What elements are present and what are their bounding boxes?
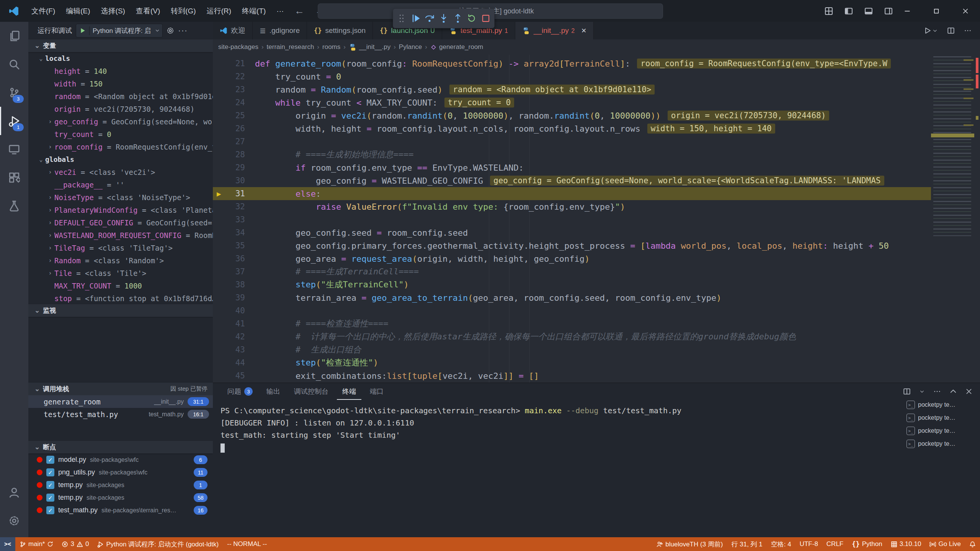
minimap[interactable] xyxy=(931,55,974,383)
remote-indicator[interactable]: >< xyxy=(0,537,15,551)
menu-item-转到G[interactable]: 转到(G) xyxy=(165,0,201,22)
status-notifications[interactable] xyxy=(965,537,980,551)
variable-row[interactable]: ›geo_config = GeoConfig(seed=None, wor… xyxy=(28,115,213,128)
status-cursor-position[interactable]: 行 31, 列 1 xyxy=(727,537,767,551)
variable-row[interactable]: stop = <function stop at 0x1bf8d716d… xyxy=(28,292,213,304)
code-line-33[interactable]: 33 xyxy=(213,213,931,226)
variables-section-header[interactable]: ⌄ 变量 xyxy=(28,39,213,52)
tab-.gdignore[interactable]: ≣.gdignore xyxy=(253,22,307,39)
code-line-34[interactable]: 34 geo_config.seed = room_config.seed xyxy=(213,226,931,239)
watch-section-header[interactable]: ⌄ 监视 xyxy=(28,304,213,317)
toggle-secondary-sidebar-icon[interactable] xyxy=(884,7,893,15)
code-line-30[interactable]: 30 geo_config = WASTELAND_GEO_CONFIGgeo_… xyxy=(213,174,931,187)
variable-row[interactable]: ›Tile = <class 'Tile'> xyxy=(28,267,213,279)
run-python-file-icon[interactable] xyxy=(924,27,938,34)
step-into-button[interactable] xyxy=(438,11,450,26)
chevron-right-icon[interactable]: › xyxy=(46,169,54,176)
code-line-28[interactable]: 28 # ====生成初始地理信息==== xyxy=(213,148,931,161)
status-language-mode[interactable]: {}Python xyxy=(848,537,886,551)
code-line-41[interactable]: 41 # ====检查连通性==== xyxy=(213,317,931,330)
chevron-right-icon[interactable]: › xyxy=(46,118,54,125)
maximize-icon[interactable] xyxy=(922,0,951,22)
code-line-37[interactable]: 37 # ====生成TerrainCell==== xyxy=(213,265,931,278)
callstack-frame[interactable]: generate_room__init__.py31:1 xyxy=(28,395,213,408)
code-line-44[interactable]: 44 step("检查连通性") xyxy=(213,356,931,369)
terminal-split-icon[interactable] xyxy=(903,388,911,395)
panel-tab-终端[interactable]: 终端 xyxy=(337,383,361,400)
code-line-24[interactable]: 24 while try_count < MAX_TRY_COUNT:try_c… xyxy=(213,96,931,109)
breakpoint-row[interactable]: ✓temp.pysite-packages58 xyxy=(28,491,213,504)
activity-settings-gear[interactable] xyxy=(0,507,28,535)
breadcrumb-item[interactable]: Pylance xyxy=(399,43,422,51)
variable-row[interactable]: ›room_config = RoomRequestConfig(env_t… xyxy=(28,140,213,153)
activity-source-control[interactable]: 3 xyxy=(0,78,28,107)
minimize-icon[interactable] xyxy=(893,0,922,22)
status-python-version[interactable]: 3.10.10 xyxy=(887,537,926,551)
step-over-button[interactable] xyxy=(423,11,436,26)
menu-item-运行R[interactable]: 运行(R) xyxy=(201,0,237,22)
activity-run-debug[interactable]: 1 xyxy=(0,107,28,135)
panel-more-actions-icon[interactable] xyxy=(933,388,941,395)
chevron-right-icon[interactable]: › xyxy=(46,219,54,226)
scope-row-locals[interactable]: ⌄locals xyxy=(28,52,213,65)
status-git-blame[interactable]: blueloveTH (3 周前) xyxy=(652,537,727,551)
breadcrumb-item[interactable]: site-packages xyxy=(218,43,258,51)
terminal-instance[interactable]: >_pocketpy te… xyxy=(906,398,978,411)
breakpoint-checkbox[interactable]: ✓ xyxy=(46,494,54,502)
panel-tab-调试控制台[interactable]: 调试控制台 xyxy=(289,383,334,400)
editor-more-actions-icon[interactable] xyxy=(964,27,972,34)
code-line-26[interactable]: 26 width, height = room_config.layout.n_… xyxy=(213,122,931,135)
code-line-25[interactable]: 25 origin = vec2i(random.randint(0, 1000… xyxy=(213,109,931,122)
status-vim-mode[interactable]: -- NORMAL -- xyxy=(223,537,271,551)
activity-account[interactable] xyxy=(0,478,28,507)
toggle-panel-icon[interactable] xyxy=(864,7,873,15)
callstack-frame[interactable]: test/test_math.pytest_math.py16:1 xyxy=(28,408,213,421)
menu-item-查看V[interactable]: 查看(V) xyxy=(131,0,165,22)
status-eol[interactable]: CRLF xyxy=(822,537,848,551)
activity-search[interactable] xyxy=(0,50,28,78)
nav-back-icon[interactable]: ← xyxy=(289,5,310,17)
menu-item-编辑E[interactable]: 编辑(E) xyxy=(60,0,95,22)
variable-row[interactable]: ›DEFAULT_GEO_CONFIG = GeoConfig(seed=1… xyxy=(28,216,213,229)
code-line-42[interactable]: 42 # 计算每一个出口的中心，然后使用astar生成路径，确保每一个出口组合都… xyxy=(213,330,931,343)
variable-row[interactable]: width = 150 xyxy=(28,77,213,90)
continue-button[interactable] xyxy=(410,11,422,26)
customize-layout-icon[interactable] xyxy=(825,7,833,15)
activity-extensions[interactable] xyxy=(0,163,28,192)
panel-tab-输出[interactable]: 输出 xyxy=(261,383,286,400)
variable-row[interactable]: ›PlanetaryWindConfig = <class 'Planeta… xyxy=(28,204,213,216)
variable-row[interactable]: height = 140 xyxy=(28,65,213,77)
variable-row[interactable]: ›TileTag = <class 'TileTag'> xyxy=(28,241,213,254)
breakpoint-checkbox[interactable]: ✓ xyxy=(46,506,54,514)
tab-__init__.py[interactable]: __init__.py 2✕ xyxy=(515,22,594,39)
code-line-29[interactable]: 29 if room_config.env_type == EnvType.WA… xyxy=(213,161,931,174)
terminal-instance[interactable]: >_pocketpy te… xyxy=(906,437,978,450)
close-tab-icon[interactable]: ✕ xyxy=(581,27,586,35)
panel-tab-端口[interactable]: 端口 xyxy=(364,383,389,400)
debug-config-dropdown[interactable]: Python 调试程序: 启 xyxy=(76,24,163,37)
stop-button[interactable] xyxy=(479,11,492,26)
status-branch[interactable]: main* xyxy=(15,537,57,551)
panel-dropdown-icon[interactable] xyxy=(919,389,925,395)
variable-row[interactable]: ›Random = <class 'Random'> xyxy=(28,254,213,267)
breakpoint-row[interactable]: ✓temp.pysite-packages1 xyxy=(28,479,213,491)
variable-row[interactable]: ›WASTELAND_ROOM_REQUEST_CONFIG = RoomR… xyxy=(28,229,213,241)
breakpoints-section-header[interactable]: ⌄ 断点 xyxy=(28,441,213,453)
status-indentation[interactable]: 空格: 4 xyxy=(767,537,795,551)
status-encoding[interactable]: UTF-8 xyxy=(795,537,822,551)
code-line-43[interactable]: 43 # 生成出口组合 xyxy=(213,343,931,356)
chevron-right-icon[interactable]: › xyxy=(46,143,54,150)
code-line-32[interactable]: 32 raise ValueError(f"Invalid env type: … xyxy=(213,200,931,213)
breadcrumb-item[interactable]: __init__.py xyxy=(349,43,390,51)
terminal-instance[interactable]: >_pocketpy te… xyxy=(906,411,978,424)
tab-欢迎[interactable]: 欢迎 xyxy=(213,22,253,39)
chevron-right-icon[interactable]: › xyxy=(46,270,54,277)
code-line-27[interactable]: 27 xyxy=(213,135,931,148)
code-line-36[interactable]: 36 geo_area = request_area(origin, width… xyxy=(213,252,931,265)
toggle-sidebar-icon[interactable] xyxy=(844,7,853,15)
split-editor-icon[interactable] xyxy=(947,27,955,34)
chevron-right-icon[interactable]: › xyxy=(46,245,54,251)
status-problems[interactable]: 30 xyxy=(57,537,93,551)
chevron-right-icon[interactable]: › xyxy=(46,194,54,201)
menu-item-文件F[interactable]: 文件(F) xyxy=(26,0,60,22)
